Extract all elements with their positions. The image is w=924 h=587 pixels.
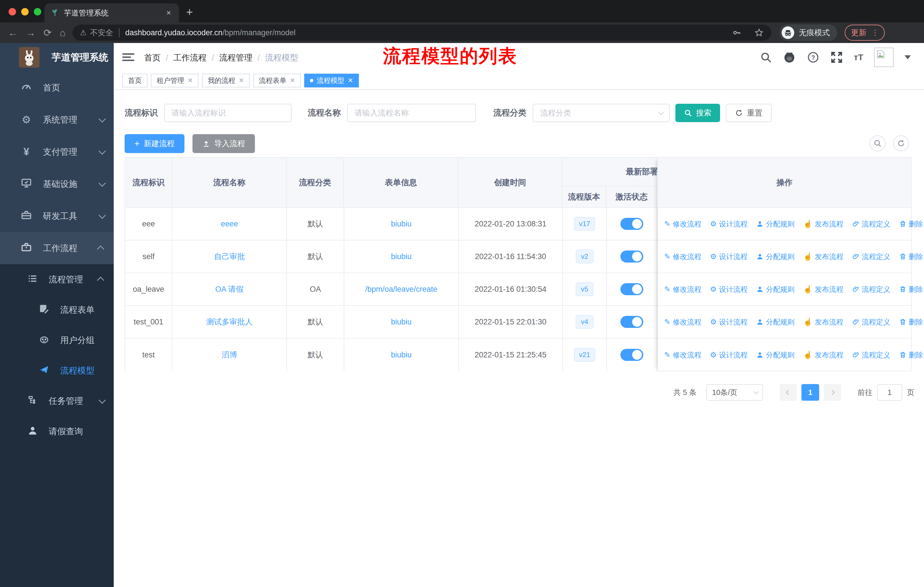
filter-id-input[interactable] (164, 104, 292, 122)
sidebar-item-home[interactable]: 首页 (0, 72, 114, 104)
edit-process-link[interactable]: ✎修改流程 (664, 317, 701, 327)
version-badge[interactable]: v21 (574, 348, 596, 362)
sidebar-item-process-management[interactable]: 流程管理 (0, 264, 114, 294)
browser-menu-icon[interactable]: ⋮ (871, 31, 878, 35)
publish-process-link[interactable]: ☝发布流程 (803, 317, 843, 327)
publish-process-link[interactable]: ☝发布流程 (803, 350, 843, 360)
design-process-link[interactable]: ⚙设计流程 (710, 317, 747, 327)
assign-rule-link[interactable]: 分配规则 (756, 317, 795, 327)
filter-category-select[interactable]: 流程分类 (533, 104, 670, 122)
version-badge[interactable]: v17 (574, 217, 596, 231)
tag-view-item[interactable]: 流程模型 ✕ (304, 74, 359, 88)
sidebar-item-process-model[interactable]: 流程模型 (0, 356, 114, 386)
form-info-link[interactable]: biubiu (391, 220, 412, 228)
forward-icon[interactable]: → (26, 27, 36, 38)
sidebar-item-payment[interactable]: ¥ 支付管理 (0, 136, 114, 168)
address-bar[interactable]: ⚠ 不安全 dashboard.yudao.iocoder.cn/bpm/man… (73, 25, 771, 41)
sidebar-item-workflow[interactable]: 工作流程 (0, 232, 114, 264)
publish-process-link[interactable]: ☝发布流程 (803, 252, 843, 261)
avatar[interactable] (874, 48, 894, 67)
browser-tab[interactable]: 芋道管理系统 × (45, 3, 179, 22)
active-toggle[interactable] (620, 283, 643, 295)
model-name-link[interactable]: 滔博 (222, 350, 237, 360)
maximize-window-button[interactable] (34, 8, 41, 15)
active-toggle[interactable] (620, 218, 643, 230)
sidebar-item-devtools[interactable]: 研发工具 (0, 200, 114, 232)
assign-rule-link[interactable]: 分配规则 (756, 219, 795, 229)
new-tab-button[interactable]: + (186, 6, 193, 18)
reload-icon[interactable]: ⟳ (43, 27, 52, 38)
breadcrumb-process-mgmt[interactable]: 流程管理 (219, 52, 252, 64)
minimize-window-button[interactable] (21, 8, 29, 15)
delete-link[interactable]: 删除 (899, 317, 923, 327)
tag-close-icon[interactable]: ✕ (239, 77, 244, 84)
tag-view-item[interactable]: 流程表单 ✕ (253, 74, 301, 88)
tag-close-icon[interactable]: ✕ (188, 77, 193, 84)
process-definition-link[interactable]: 流程定义 (852, 284, 891, 294)
goto-page-input[interactable]: 1 (877, 384, 902, 401)
edit-process-link[interactable]: ✎修改流程 (664, 284, 701, 294)
tag-view-item[interactable]: 首页 ✕ (122, 74, 147, 88)
assign-rule-link[interactable]: 分配规则 (756, 252, 795, 261)
process-definition-link[interactable]: 流程定义 (852, 252, 891, 261)
version-badge[interactable]: v5 (576, 282, 593, 296)
tag-close-icon[interactable]: ✕ (290, 77, 295, 84)
model-name-link[interactable]: eeee (221, 220, 238, 228)
key-icon[interactable] (732, 28, 742, 38)
edit-process-link[interactable]: ✎修改流程 (664, 350, 701, 360)
design-process-link[interactable]: ⚙设计流程 (710, 252, 747, 261)
assign-rule-link[interactable]: 分配规则 (756, 350, 795, 360)
current-page-button[interactable]: 1 (802, 384, 819, 401)
github-icon[interactable] (783, 51, 796, 64)
sidebar-item-user-group[interactable]: 用户分组 (0, 325, 114, 356)
bookmark-star-icon[interactable] (754, 28, 764, 38)
import-process-button[interactable]: 导入流程 (193, 134, 255, 153)
search-icon[interactable] (760, 51, 772, 63)
active-toggle[interactable] (620, 316, 643, 328)
back-icon[interactable]: ← (8, 27, 18, 38)
model-name-link[interactable]: 自己审批 (214, 251, 245, 262)
update-button[interactable]: 更新 ⋮ (845, 25, 885, 41)
create-process-button[interactable]: + 新建流程 (125, 134, 185, 153)
version-badge[interactable]: v2 (576, 250, 593, 263)
model-name-link[interactable]: OA 请假 (215, 284, 243, 294)
next-page-button[interactable] (824, 384, 841, 401)
model-name-link[interactable]: 测试多审批人 (206, 317, 252, 327)
close-window-button[interactable] (8, 8, 16, 15)
process-definition-link[interactable]: 流程定义 (852, 219, 891, 229)
breadcrumb-workflow[interactable]: 工作流程 (173, 52, 206, 64)
breadcrumb-home[interactable]: 首页 (144, 52, 161, 64)
tag-view-item[interactable]: 租户管理 ✕ (151, 74, 198, 88)
form-info-link[interactable]: biubiu (391, 317, 412, 326)
sidebar-item-system[interactable]: ⚙ 系统管理 (0, 104, 114, 136)
design-process-link[interactable]: ⚙设计流程 (710, 219, 747, 229)
app-logo-row[interactable]: 芋道管理系统 (0, 43, 114, 72)
prev-page-button[interactable] (780, 384, 797, 401)
refresh-table-button[interactable] (893, 135, 909, 151)
help-icon[interactable]: ? (807, 51, 820, 64)
reset-button[interactable]: 重置 (726, 104, 772, 122)
version-badge[interactable]: v4 (576, 315, 593, 329)
delete-link[interactable]: 删除 (899, 350, 923, 360)
edit-process-link[interactable]: ✎修改流程 (664, 252, 701, 261)
tab-close-icon[interactable]: × (165, 8, 173, 18)
sidebar-fold-icon[interactable] (122, 51, 134, 63)
tag-view-item[interactable]: 我的流程 ✕ (202, 74, 249, 88)
fullscreen-icon[interactable] (830, 51, 843, 64)
sidebar-item-infra[interactable]: 基础设施 (0, 168, 114, 200)
sidebar-item-process-form[interactable]: 流程表单 (0, 294, 114, 325)
assign-rule-link[interactable]: 分配规则 (756, 284, 795, 294)
delete-link[interactable]: 删除 (899, 284, 923, 294)
avatar-caret-icon[interactable] (904, 55, 911, 60)
tag-close-icon[interactable]: ✕ (348, 77, 353, 84)
design-process-link[interactable]: ⚙设计流程 (710, 350, 747, 360)
active-toggle[interactable] (620, 349, 643, 361)
edit-process-link[interactable]: ✎修改流程 (664, 219, 701, 229)
process-definition-link[interactable]: 流程定义 (852, 350, 891, 360)
form-info-link[interactable]: biubiu (391, 351, 412, 359)
delete-link[interactable]: 删除 (899, 252, 923, 261)
form-info-link[interactable]: /bpm/oa/leave/create (365, 285, 437, 294)
filter-name-input[interactable] (347, 104, 476, 122)
show-search-button[interactable] (870, 135, 886, 151)
design-process-link[interactable]: ⚙设计流程 (710, 284, 747, 294)
